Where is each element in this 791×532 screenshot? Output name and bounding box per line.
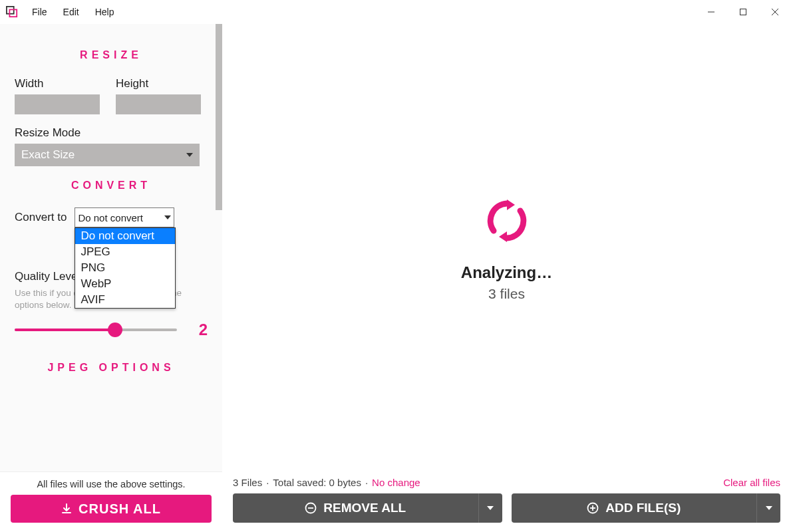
- menu-edit[interactable]: Edit: [57, 4, 86, 20]
- convert-to-label: Convert to: [15, 211, 67, 224]
- menu-file[interactable]: File: [25, 4, 54, 20]
- main-panel: Analyzing… 3 files 3 Files · Total saved…: [222, 24, 791, 532]
- section-title-jpeg: JPEG OPTIONS: [15, 362, 208, 374]
- add-files-label: ADD FILE(S): [605, 501, 681, 515]
- status-no-change: No change: [372, 477, 420, 488]
- status-saved: Total saved: 0 bytes: [273, 477, 361, 488]
- status-files: 3 Files: [233, 477, 262, 488]
- convert-dropdown-list: Do not convert JPEG PNG WebP AVIF: [75, 227, 176, 309]
- remove-all-button[interactable]: REMOVE ALL: [233, 493, 478, 523]
- section-title-resize: RESIZE: [15, 49, 208, 61]
- quality-slider-thumb[interactable]: [108, 323, 122, 337]
- remove-all-dropdown[interactable]: [478, 493, 502, 523]
- chevron-down-icon: [487, 506, 494, 510]
- crush-all-button[interactable]: CRUSH ALL: [11, 495, 212, 523]
- analyzing-subtitle: 3 files: [488, 286, 525, 302]
- resize-mode-select[interactable]: Exact Size: [15, 144, 200, 166]
- convert-option[interactable]: JPEG: [75, 244, 175, 260]
- convert-option[interactable]: WebP: [75, 276, 175, 292]
- remove-all-label: REMOVE ALL: [323, 501, 406, 515]
- convert-to-select[interactable]: Do not convert: [75, 207, 174, 227]
- analyzing-title: Analyzing…: [461, 263, 552, 282]
- crush-all-label: CRUSH ALL: [79, 501, 161, 517]
- convert-option[interactable]: AVIF: [75, 292, 175, 308]
- chevron-down-icon: [164, 215, 171, 219]
- convert-option[interactable]: PNG: [75, 260, 175, 276]
- svg-rect-3: [740, 9, 746, 15]
- menu-help[interactable]: Help: [88, 4, 121, 20]
- add-files-button[interactable]: ADD FILE(S): [512, 493, 757, 523]
- sidebar-scrollbar[interactable]: [216, 24, 222, 210]
- section-title-convert: CONVERT: [15, 180, 208, 192]
- minimize-icon[interactable]: [695, 0, 727, 24]
- chevron-down-icon: [186, 153, 193, 157]
- svg-rect-1: [9, 9, 17, 17]
- quality-slider[interactable]: [15, 329, 177, 331]
- resize-mode-label: Resize Mode: [15, 126, 208, 140]
- menubar: File Edit Help: [0, 0, 791, 24]
- clear-all-files-link[interactable]: Clear all files: [723, 477, 780, 488]
- download-icon: [61, 503, 72, 514]
- resize-mode-value: Exact Size: [21, 148, 75, 162]
- height-input[interactable]: [116, 94, 201, 114]
- minus-circle-icon: [305, 502, 317, 514]
- main-footer: 3 Files · Total saved: 0 bytes · No chan…: [222, 471, 791, 532]
- app-icon: [5, 5, 19, 19]
- window-controls: [695, 0, 791, 24]
- height-label: Height: [116, 77, 201, 90]
- chevron-down-icon: [766, 506, 772, 510]
- add-files-dropdown[interactable]: [756, 493, 780, 523]
- status-line: 3 Files · Total saved: 0 bytes · No chan…: [233, 477, 780, 488]
- width-input[interactable]: [15, 94, 100, 114]
- quality-value: 2: [189, 321, 208, 339]
- convert-to-value: Do not convert: [78, 212, 143, 223]
- plus-circle-icon: [587, 502, 599, 514]
- maximize-icon[interactable]: [727, 0, 759, 24]
- sidebar: RESIZE Width Height Resize Mode Exact Si…: [0, 24, 222, 532]
- refresh-icon: [480, 194, 534, 247]
- convert-option[interactable]: Do not convert: [75, 228, 175, 244]
- close-icon[interactable]: [759, 0, 791, 24]
- sidebar-footer: All files will use the above settings. C…: [0, 471, 222, 532]
- analyzing-view: Analyzing… 3 files: [222, 24, 791, 471]
- settings-note: All files will use the above settings.: [11, 479, 212, 489]
- width-label: Width: [15, 77, 100, 90]
